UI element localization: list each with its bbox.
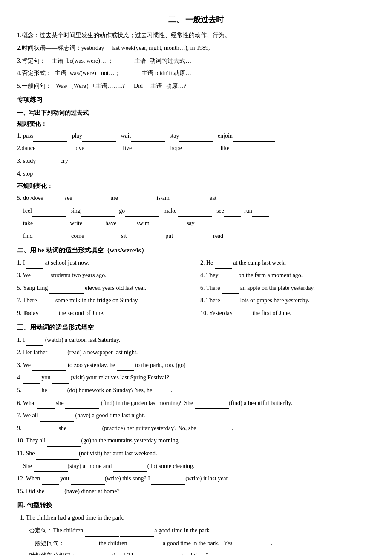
blank[interactable] [34, 236, 68, 242]
blank[interactable] [215, 263, 232, 269]
section2-items: 1. I at school just now. 2. He at the ca… [17, 257, 375, 319]
section3-item-2: 2. Her father (read) a newspaper last ni… [17, 347, 375, 358]
blank[interactable] [68, 161, 102, 167]
section4-neg-1: 否定句：The children a good time in the park… [17, 525, 375, 537]
blank[interactable] [178, 211, 212, 217]
blank[interactable] [223, 236, 257, 242]
blank[interactable] [26, 263, 43, 269]
blank[interactable] [129, 543, 163, 549]
blank[interactable] [68, 428, 102, 434]
blank[interactable] [82, 136, 116, 142]
blank[interactable] [231, 148, 282, 154]
blank[interactable] [84, 148, 118, 154]
section4-items: 1. The children had a good time in the p… [17, 512, 375, 555]
blank[interactable] [154, 390, 171, 396]
blank[interactable] [32, 365, 66, 371]
blank[interactable] [179, 136, 213, 142]
section3-item-9: 9. she (practice) her guitar yesterday? … [17, 423, 375, 434]
blank[interactable] [36, 161, 53, 167]
blank[interactable] [113, 466, 147, 472]
blank[interactable] [47, 441, 81, 447]
blank[interactable] [32, 211, 66, 217]
section3-item-3: 3. We to zoo yesterday, he to the park.,… [17, 360, 375, 371]
blank[interactable] [38, 301, 55, 306]
blank[interactable] [235, 543, 252, 549]
blank[interactable] [23, 428, 57, 434]
section3-items: 1. I (watch) a cartoon last Saturday. 2.… [17, 335, 375, 497]
concept-3: 3.肯定句： 主语+be(was, were)… ； 主语+动词的过去式… [17, 55, 375, 67]
blank[interactable] [33, 173, 67, 179]
section3-item-5: 5. he (do) homework on Sunday? Yes, he . [17, 385, 375, 396]
blank[interactable] [37, 403, 55, 409]
section2-row-2: 3. We students two years ago. 4. They on… [17, 270, 375, 281]
blank[interactable] [46, 491, 63, 497]
section4-wh-1: 对划线部分提问： the children a good time ? [17, 550, 375, 555]
blank[interactable] [45, 198, 62, 204]
blank[interactable] [175, 236, 209, 242]
blank[interactable] [117, 365, 134, 371]
section3-item-7: 7. We all (have) a good time last night. [17, 410, 375, 422]
blank[interactable] [127, 236, 161, 242]
blank[interactable] [81, 211, 115, 217]
section2-row-5: 9. Today the second of June. 10. Yesterd… [17, 308, 375, 319]
blank[interactable] [216, 198, 251, 204]
blank[interactable] [234, 313, 251, 319]
blank[interactable] [125, 211, 159, 217]
blank[interactable] [195, 403, 229, 409]
blank[interactable] [49, 288, 84, 294]
blank[interactable] [198, 428, 232, 434]
regular-row-2: 2.dance love live hope like [17, 143, 375, 154]
blank[interactable] [49, 390, 66, 396]
blank[interactable] [65, 543, 99, 549]
blank[interactable] [233, 136, 275, 142]
blank[interactable] [117, 223, 134, 229]
blank[interactable] [132, 148, 166, 154]
irregular-title: 不规则变化： [17, 181, 375, 191]
regular-rows: 1. pass play wait stay enjoin 2.dance lo… [17, 130, 375, 179]
blank[interactable] [34, 466, 68, 472]
blank[interactable] [224, 211, 241, 217]
blank[interactable] [40, 313, 57, 319]
blank[interactable] [220, 275, 237, 281]
blank[interactable] [74, 198, 108, 204]
blank[interactable] [120, 531, 154, 537]
blank[interactable] [23, 390, 40, 396]
blank[interactable] [150, 223, 184, 229]
blank[interactable] [222, 288, 239, 294]
blank[interactable] [171, 198, 205, 204]
concept-4: 4.否定形式： 主语+was/(were)+ not…； 主语+didn't+动… [17, 68, 375, 79]
concepts-section: 1.概念：过去某个时间里发生的动作或状态；过去习惯性、经常性的动作、行为。 2.… [17, 30, 375, 92]
blank[interactable] [40, 416, 74, 422]
regular-row-3: 3. study cry [17, 156, 375, 167]
irregular-row-3: take write have swim say [17, 218, 375, 229]
blank[interactable] [120, 198, 154, 204]
blank[interactable] [26, 340, 43, 346]
blank[interactable] [49, 353, 66, 358]
blank[interactable] [182, 148, 216, 154]
page-title: 二、 一般过去时 [17, 13, 375, 26]
blank[interactable] [36, 454, 79, 460]
blank[interactable] [33, 136, 67, 142]
blank[interactable] [222, 301, 239, 306]
section3-item-11: 11. She (not visit) her aunt last weeken… [17, 448, 375, 460]
blank[interactable] [85, 531, 119, 537]
blank[interactable] [65, 403, 99, 409]
blank[interactable] [84, 236, 118, 242]
blank[interactable] [35, 148, 69, 154]
blank[interactable] [151, 479, 185, 485]
section3-item-6: 6. What she (find) in the garden last mo… [17, 398, 375, 409]
irregular-row-4: find come sit put read [17, 231, 375, 242]
section1-title: 一、写出下列动词的过去式 [17, 107, 375, 118]
blank[interactable] [32, 275, 49, 281]
blank[interactable] [254, 543, 271, 549]
regular-title: 规则变化： [17, 119, 375, 129]
blank[interactable] [42, 479, 59, 485]
blank[interactable] [33, 223, 67, 229]
blank[interactable] [84, 223, 101, 229]
blank[interactable] [131, 136, 165, 142]
blank[interactable] [196, 223, 213, 229]
blank[interactable] [252, 211, 269, 217]
blank[interactable] [23, 378, 40, 384]
blank[interactable] [71, 479, 105, 485]
blank[interactable] [52, 378, 69, 384]
